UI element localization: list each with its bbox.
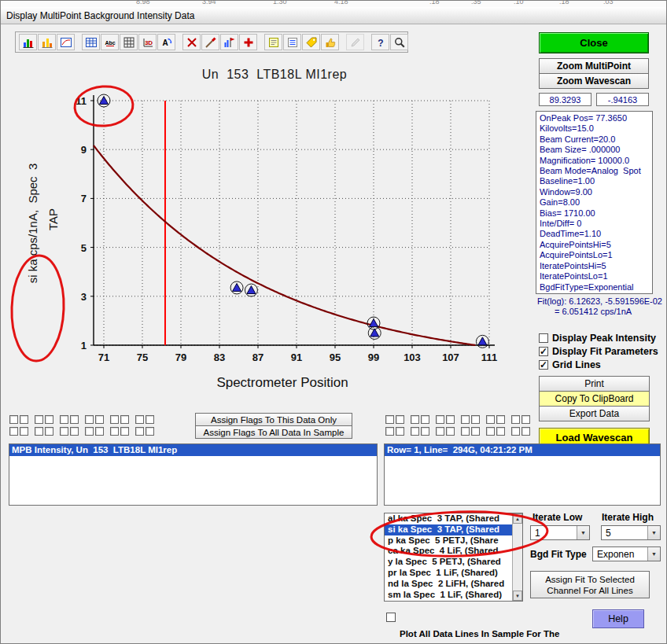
flag-checkbox[interactable] — [461, 427, 470, 436]
delete-x-icon[interactable] — [182, 34, 201, 50]
data-list-icon[interactable] — [283, 34, 301, 50]
element-list-item[interactable]: pr la Spec 1 LiF, (Shared) — [385, 568, 512, 579]
mpb-intensity-list[interactable]: MPB Intensity, Un 153 LTB18L MI1rep — [9, 443, 378, 506]
zoom-icon[interactable] — [390, 34, 408, 50]
display-peak-intensity-checkbox[interactable] — [539, 333, 548, 343]
flag-checkbox[interactable] — [135, 427, 144, 436]
flag-checkbox[interactable] — [110, 415, 119, 424]
element-list-item[interactable]: al ka Spec 3 TAP, (Shared — [385, 513, 512, 524]
element-list-item[interactable]: y la Spec 5 PETJ, (Shared — [385, 557, 512, 568]
flag-checkbox[interactable] — [45, 415, 53, 424]
note-icon[interactable] — [264, 34, 282, 50]
element-list-item[interactable]: nd la Spec 2 LiFH, (Shared — [385, 579, 512, 590]
element-list-scrollbar[interactable]: ▲ ▼ — [512, 513, 522, 601]
flag-checkbox[interactable] — [421, 415, 429, 424]
chevron-down-icon[interactable]: ▼ — [647, 547, 660, 561]
export-data-button[interactable]: Export Data — [539, 406, 650, 421]
element-list-item[interactable]: si ka Spec 3 TAP, (Shared — [385, 524, 512, 535]
flag-checkbox[interactable] — [35, 415, 43, 424]
data-table-icon[interactable] — [82, 34, 100, 50]
help-icon[interactable]: ? — [371, 34, 389, 50]
flag-checkbox[interactable] — [486, 427, 495, 436]
element-list-item[interactable]: p ka Spec 5 PETJ, (Share — [385, 535, 512, 546]
draw-wand-icon[interactable] — [201, 34, 219, 50]
scroll-up-icon[interactable]: ▲ — [513, 513, 522, 524]
print-button[interactable]: Print — [539, 376, 650, 392]
title-bar[interactable]: Display MultiPoint Background Intensity … — [1, 7, 666, 24]
assign-flags-this-data-button[interactable]: Assign Flags To This Data Only — [195, 413, 352, 426]
flag-checkbox[interactable] — [496, 427, 505, 436]
flag-checkbox[interactable] — [521, 415, 530, 424]
chart-bars-icon[interactable] — [19, 34, 37, 50]
display-fit-parameters-checkbox[interactable] — [539, 347, 548, 356]
flag-checkbox[interactable] — [511, 415, 520, 424]
element-list-item[interactable]: sm la Spec 1 LiF, (Shared) — [385, 590, 512, 601]
tag-icon[interactable] — [302, 34, 320, 50]
chevron-down-icon[interactable]: ▼ — [647, 526, 660, 539]
flag-checkbox[interactable] — [446, 427, 455, 436]
flag-checkbox[interactable] — [496, 415, 505, 424]
flag-checkbox[interactable] — [486, 415, 495, 424]
flag-checkbox[interactable] — [120, 427, 129, 436]
flag-checkbox[interactable] — [521, 427, 530, 436]
scroll-down-icon[interactable]: ▼ — [513, 591, 522, 601]
flag-checkbox[interactable] — [446, 415, 455, 424]
zoom-multipoint-button[interactable]: Zoom MultiPoint — [539, 58, 649, 74]
flag-checkbox[interactable] — [511, 427, 520, 436]
flag-checkbox[interactable] — [146, 415, 154, 424]
flag-checkbox[interactable] — [471, 427, 480, 436]
flag-checkbox[interactable] — [120, 415, 129, 424]
flag-checkbox[interactable] — [70, 427, 79, 436]
flag-checkbox[interactable] — [85, 415, 94, 424]
flag-checkbox[interactable] — [95, 427, 104, 436]
row-line-selected-row[interactable]: Row= 1, Line= 294G, 04:21:22 PM — [385, 444, 660, 456]
flag-checkbox[interactable] — [385, 427, 394, 436]
add-point-icon[interactable] — [239, 34, 257, 50]
flag-checkbox[interactable] — [9, 415, 18, 424]
flag-checkbox[interactable] — [35, 427, 43, 436]
rotate-label-icon[interactable]: A — [157, 34, 175, 50]
row-line-list[interactable]: Row= 1, Line= 294G, 04:21:22 PM — [384, 443, 661, 506]
flag-checkbox[interactable] — [436, 415, 444, 424]
flag-checkbox[interactable] — [85, 427, 94, 436]
flag-checkbox[interactable] — [396, 415, 404, 424]
flag-checkbox[interactable] — [45, 427, 53, 436]
flag-checkbox[interactable] — [9, 427, 18, 436]
flag-checkbox[interactable] — [411, 427, 419, 436]
zoom-wavescan-button[interactable]: Zoom Wavescan — [539, 73, 649, 89]
flag-checkbox[interactable] — [461, 415, 470, 424]
flag-checkbox[interactable] — [471, 415, 480, 424]
flag-checkbox[interactable] — [110, 427, 119, 436]
element-list-item[interactable]: ca ka Spec 4 LiF, (Shared — [385, 546, 512, 557]
plot-all-data-lines-checkbox[interactable] — [386, 613, 396, 622]
flag-checkbox[interactable] — [20, 427, 28, 436]
flag-checkbox[interactable] — [385, 415, 394, 424]
flag-checkbox[interactable] — [146, 427, 154, 436]
flag-checkbox[interactable] — [60, 415, 68, 424]
assign-fit-button[interactable]: Assign Fit To Selected Channel For All L… — [530, 571, 650, 598]
flag-checkbox[interactable] — [396, 427, 404, 436]
help-button[interactable]: Help — [592, 609, 644, 628]
flag-checkbox[interactable] — [95, 415, 104, 424]
close-button[interactable]: Close — [539, 32, 649, 53]
plot-3d-icon[interactable]: 3D — [138, 34, 157, 50]
chevron-down-icon[interactable]: ▼ — [577, 526, 589, 539]
flag-checkbox[interactable] — [135, 415, 144, 424]
mpb-intensity-selected-row[interactable]: MPB Intensity, Un 153 LTB18L MI1rep — [9, 444, 377, 456]
flag-checkbox[interactable] — [421, 427, 429, 436]
flag-checkbox[interactable] — [411, 415, 419, 424]
grid-icon[interactable] — [120, 34, 138, 50]
flag-data-icon[interactable] — [220, 34, 238, 50]
element-channel-list[interactable]: al ka Spec 3 TAP, (Shared si ka Spec 3 T… — [384, 513, 523, 602]
assign-flags-all-data-button[interactable]: Assign Flags To All Data In Sample — [195, 425, 352, 439]
flag-checkbox[interactable] — [436, 427, 444, 436]
flag-checkbox[interactable] — [60, 427, 68, 436]
multipoint-background-plot[interactable]: 71757983879195991031071111357911Un 153 L… — [1, 50, 536, 403]
flag-checkbox[interactable] — [20, 415, 28, 424]
bgd-fit-type-select[interactable]: Exponen ▼ — [592, 546, 661, 561]
copy-to-clipboard-button[interactable]: Copy To ClipBoard — [539, 391, 650, 407]
grid-lines-checkbox[interactable] — [539, 360, 548, 370]
chart-line-icon[interactable] — [57, 34, 75, 50]
text-abc-icon[interactable]: Abc — [101, 34, 119, 50]
flag-checkbox[interactable] — [70, 415, 79, 424]
